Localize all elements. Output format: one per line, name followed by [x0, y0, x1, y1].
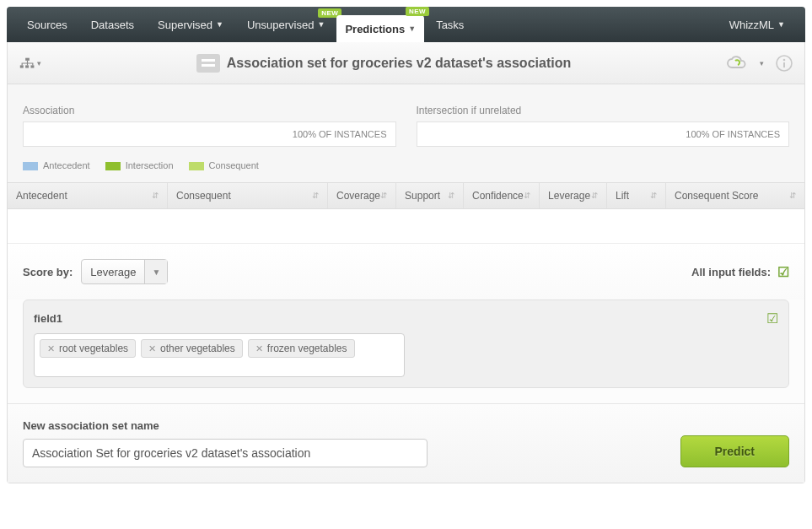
- predict-button[interactable]: Predict: [680, 435, 789, 467]
- svg-rect-1: [20, 65, 24, 67]
- name-input[interactable]: [23, 439, 428, 467]
- caret-down-icon: ▼: [317, 20, 325, 29]
- sort-icon: ⇵: [789, 192, 796, 200]
- sort-icon: ⇵: [591, 192, 598, 200]
- stats-band: Association 100% OF INSTANCES Intersecti…: [8, 84, 804, 155]
- score-by-label: Score by:: [23, 266, 73, 278]
- remove-tag-icon[interactable]: ✕: [47, 343, 55, 354]
- sub-header: ▾ Association set for groceries v2 datas…: [7, 42, 805, 84]
- nav-datasets[interactable]: Datasets: [79, 7, 146, 42]
- intersection-stat: Intersection if unrelated 100% OF INSTAN…: [417, 105, 790, 147]
- legend-intersection: Intersection: [105, 160, 174, 170]
- legend: Antecedent Intersection Consequent: [8, 155, 804, 182]
- association-icon: [196, 54, 220, 73]
- caret-down-icon: ▼: [777, 20, 785, 29]
- remove-tag-icon[interactable]: ✕: [255, 343, 263, 354]
- column-coverage[interactable]: Coverage⇵: [328, 183, 396, 208]
- tag[interactable]: ✕frozen vegetables: [248, 339, 355, 358]
- controls-row: Score by: Leverage ▼ All input fields: ☑: [8, 243, 804, 300]
- footer: New association set name Predict: [8, 403, 804, 483]
- remove-tag-icon[interactable]: ✕: [148, 343, 156, 354]
- table-body-empty: [8, 209, 804, 243]
- check-icon[interactable]: ☑: [766, 310, 778, 327]
- tag-input[interactable]: ✕root vegetables✕other vegetables✕frozen…: [34, 333, 405, 377]
- top-nav: Sources Datasets Supervised▼ Unsupervise…: [7, 7, 805, 42]
- stat-label: Association: [23, 105, 396, 116]
- caret-down-icon[interactable]: ▾: [760, 59, 764, 67]
- svg-rect-5: [202, 64, 215, 67]
- nav-whizzml[interactable]: WhizzML▼: [718, 7, 797, 42]
- svg-rect-2: [25, 65, 29, 67]
- sort-icon: ⇵: [524, 192, 530, 200]
- cloud-action-icon[interactable]: [726, 56, 748, 71]
- legend-antecedent: Antecedent: [23, 160, 90, 170]
- svg-rect-4: [202, 59, 215, 62]
- svg-rect-0: [25, 57, 30, 60]
- all-input-fields-toggle[interactable]: All input fields: ☑: [691, 264, 789, 280]
- page-title: Association set for groceries v2 dataset…: [227, 56, 571, 71]
- field-title: field1: [34, 312, 62, 325]
- score-by-select[interactable]: Leverage ▼: [81, 259, 168, 284]
- column-antecedent[interactable]: Antecedent⇵: [8, 183, 168, 208]
- sort-icon: ⇵: [152, 192, 159, 200]
- check-icon: ☑: [777, 264, 789, 280]
- sort-icon: ⇵: [380, 192, 387, 200]
- name-field: New association set name: [23, 419, 428, 467]
- nav-predictions[interactable]: Predictions▼NEW: [336, 15, 424, 42]
- stat-bar: 100% OF INSTANCES: [23, 121, 396, 147]
- content: Association 100% OF INSTANCES Intersecti…: [7, 84, 805, 483]
- column-leverage[interactable]: Leverage⇵: [540, 183, 607, 208]
- sort-icon: ⇵: [650, 192, 657, 200]
- svg-rect-8: [783, 62, 785, 67]
- nav-sources[interactable]: Sources: [15, 7, 79, 42]
- association-stat: Association 100% OF INSTANCES: [23, 105, 396, 147]
- svg-rect-3: [30, 65, 34, 67]
- sort-icon: ⇵: [312, 192, 319, 200]
- caret-down-icon: ▼: [408, 24, 416, 33]
- column-consequent-score[interactable]: Consequent Score⇵: [666, 183, 804, 208]
- svg-point-7: [783, 58, 786, 61]
- column-lift[interactable]: Lift⇵: [607, 183, 666, 208]
- nav-supervised[interactable]: Supervised▼: [146, 7, 235, 42]
- nav-unsupervised[interactable]: Unsupervised▼NEW: [235, 7, 336, 42]
- tree-icon[interactable]: ▾: [19, 55, 41, 72]
- name-label: New association set name: [23, 419, 428, 432]
- stat-bar: 100% OF INSTANCES: [417, 121, 790, 147]
- table-header: Antecedent⇵Consequent⇵Coverage⇵Support⇵C…: [8, 182, 804, 209]
- caret-down-icon: ▼: [216, 20, 223, 29]
- score-by: Score by: Leverage ▼: [23, 259, 168, 284]
- tag[interactable]: ✕other vegetables: [141, 339, 243, 358]
- stat-label: Intersection if unrelated: [417, 105, 790, 116]
- info-icon[interactable]: [776, 55, 793, 72]
- swatch-icon: [105, 162, 121, 170]
- legend-consequent: Consequent: [189, 160, 259, 170]
- column-consequent[interactable]: Consequent⇵: [168, 183, 328, 208]
- field-card: field1 ☑ ✕root vegetables✕other vegetabl…: [23, 300, 789, 388]
- tag[interactable]: ✕root vegetables: [40, 339, 136, 358]
- swatch-icon: [189, 162, 204, 170]
- column-support[interactable]: Support⇵: [396, 183, 464, 208]
- swatch-icon: [23, 162, 38, 170]
- column-confidence[interactable]: Confidence⇵: [464, 183, 540, 208]
- sort-icon: ⇵: [448, 192, 454, 200]
- nav-tasks[interactable]: Tasks: [424, 7, 476, 42]
- caret-down-icon: ▼: [144, 260, 167, 283]
- select-value: Leverage: [82, 266, 144, 278]
